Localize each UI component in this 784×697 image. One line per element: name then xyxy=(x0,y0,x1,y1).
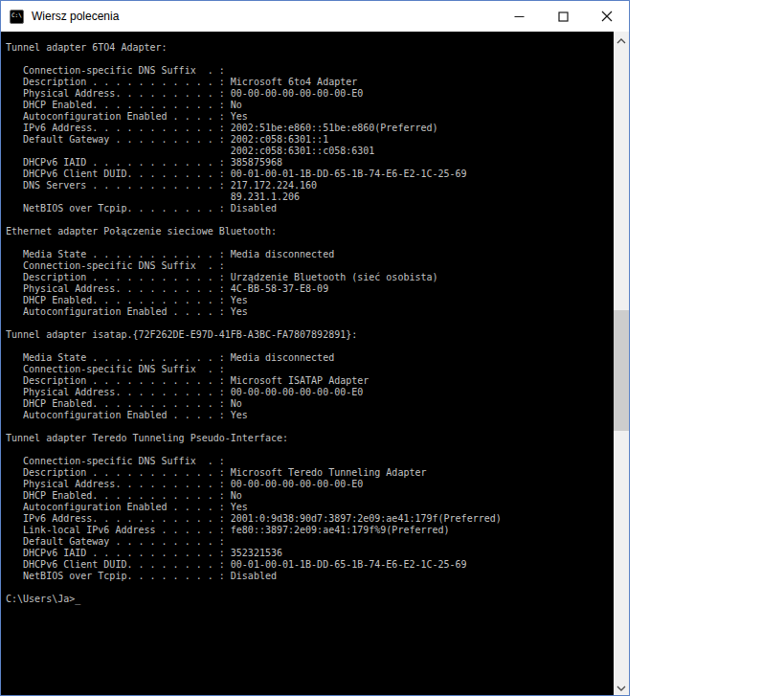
terminal-line: NetBIOS over Tcpip. . . . . . . . : Disa… xyxy=(6,203,614,214)
terminal-line: DHCP Enabled. . . . . . . . . . . : No xyxy=(6,398,614,410)
terminal-line: DHCPv6 Client DUID. . . . . . . . : 00-0… xyxy=(6,169,614,180)
terminal-line xyxy=(6,318,614,329)
terminal-line: IPv6 Address. . . . . . . . . . . : 2002… xyxy=(6,123,614,134)
terminal-line: Physical Address. . . . . . . . . : 4C-B… xyxy=(6,283,614,295)
terminal-line: Physical Address. . . . . . . . . : 00-0… xyxy=(6,387,614,398)
terminal-text: Tunnel adapter 6TO4 Adapter: Connection-… xyxy=(1,32,614,605)
terminal-line xyxy=(6,214,614,226)
title-bar[interactable]: C:\ Wiersz polecenia xyxy=(1,1,629,32)
terminal-line: Description . . . . . . . . . . . : Micr… xyxy=(6,77,614,88)
terminal-line xyxy=(6,444,614,456)
scroll-down-button[interactable] xyxy=(614,679,629,695)
terminal-line xyxy=(6,54,614,65)
window-controls xyxy=(497,1,629,32)
terminal-line: Description . . . . . . . . . . . : Micr… xyxy=(6,467,614,479)
terminal-line: DNS Servers . . . . . . . . . . . : 217.… xyxy=(6,180,614,191)
terminal-line: Default Gateway . . . . . . . . . : xyxy=(6,536,614,548)
close-button[interactable] xyxy=(585,1,629,32)
terminal-line: 2002:c058:6301::c058:6301 xyxy=(6,146,614,157)
terminal-line: Link-local IPv6 Address . . . . . : fe80… xyxy=(6,525,614,536)
terminal-line: Physical Address. . . . . . . . . : 00-0… xyxy=(6,479,614,490)
terminal-line: Description . . . . . . . . . . . : Urzą… xyxy=(6,272,614,283)
terminal-line: Autoconfiguration Enabled . . . . : Yes xyxy=(6,502,614,513)
terminal-line: IPv6 Address. . . . . . . . . . . : 2001… xyxy=(6,513,614,525)
chevron-up-icon xyxy=(616,33,626,47)
terminal-line: DHCPv6 IAID . . . . . . . . . . . : 3523… xyxy=(6,548,614,559)
terminal-cursor: _ xyxy=(75,594,80,605)
terminal-line: NetBIOS over Tcpip. . . . . . . . : Disa… xyxy=(6,571,614,582)
terminal-line xyxy=(6,341,614,352)
terminal-line: Tunnel adapter Teredo Tunneling Pseudo-I… xyxy=(6,433,614,444)
terminal-line: Autoconfiguration Enabled . . . . : Yes xyxy=(6,306,614,318)
maximize-button[interactable] xyxy=(541,1,585,32)
vertical-scrollbar[interactable] xyxy=(614,32,629,695)
terminal-line: Autoconfiguration Enabled . . . . : Yes xyxy=(6,111,614,123)
close-icon xyxy=(601,11,613,22)
terminal-line: Default Gateway . . . . . . . . . : 2002… xyxy=(6,134,614,146)
terminal-line: Tunnel adapter 6TO4 Adapter: xyxy=(6,42,614,54)
terminal-line: Tunnel adapter isatap.{72F262DE-E97D-41F… xyxy=(6,329,614,341)
terminal-line: Autoconfiguration Enabled . . . . : Yes xyxy=(6,410,614,421)
prompt-text: C:\Users\Ja> xyxy=(6,594,75,604)
terminal-line: Connection-specific DNS Suffix . : xyxy=(6,364,614,375)
terminal-line: Media State . . . . . . . . . . . : Medi… xyxy=(6,352,614,364)
terminal-line: 89.231.1.206 xyxy=(6,191,614,203)
window-body: Tunnel adapter 6TO4 Adapter: Connection-… xyxy=(1,32,629,695)
command-prompt-window: C:\ Wiersz polecenia xyxy=(0,0,630,696)
prompt-line: C:\Users\Ja>_ xyxy=(6,594,614,605)
terminal-line xyxy=(6,582,614,594)
terminal-line: DHCP Enabled. . . . . . . . . . . : Yes xyxy=(6,295,614,306)
terminal-line xyxy=(6,237,614,249)
minimize-button[interactable] xyxy=(497,1,541,32)
scrollbar-thumb[interactable] xyxy=(614,310,629,431)
terminal-line: DHCPv6 IAID . . . . . . . . . . . : 3858… xyxy=(6,157,614,169)
terminal-line: Connection-specific DNS Suffix . : xyxy=(6,260,614,272)
terminal-line: DHCP Enabled. . . . . . . . . . . : No xyxy=(6,100,614,111)
terminal-line: Connection-specific DNS Suffix . : xyxy=(6,456,614,467)
terminal-line xyxy=(6,421,614,433)
terminal-line: Description . . . . . . . . . . . : Micr… xyxy=(6,375,614,387)
terminal-line: DHCP Enabled. . . . . . . . . . . : No xyxy=(6,490,614,502)
terminal-output: Tunnel adapter 6TO4 Adapter: Connection-… xyxy=(6,42,614,594)
scroll-up-button[interactable] xyxy=(614,32,629,48)
terminal-line: Physical Address. . . . . . . . . : 00-0… xyxy=(6,88,614,100)
maximize-icon xyxy=(558,11,569,22)
cmd-icon[interactable]: C:\ xyxy=(10,10,24,24)
terminal-line: Ethernet adapter Połączenie sieciowe Blu… xyxy=(6,226,614,237)
minimize-icon xyxy=(514,11,525,22)
terminal-line: Connection-specific DNS Suffix . : xyxy=(6,65,614,77)
terminal-screen[interactable]: Tunnel adapter 6TO4 Adapter: Connection-… xyxy=(1,32,614,695)
terminal-line: DHCPv6 Client DUID. . . . . . . . : 00-0… xyxy=(6,559,614,571)
window-title: Wiersz polecenia xyxy=(32,10,119,23)
terminal-line: Media State . . . . . . . . . . . : Medi… xyxy=(6,249,614,260)
chevron-down-icon xyxy=(616,680,626,694)
